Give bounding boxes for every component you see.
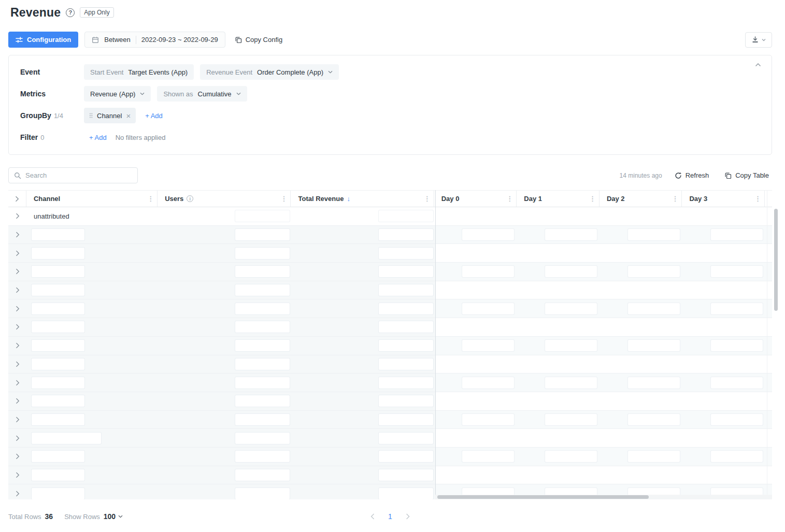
redacted-value bbox=[711, 229, 763, 240]
column-header-day1[interactable]: Day 1⋮ bbox=[517, 191, 600, 207]
table-row[interactable]: unattributed bbox=[8, 207, 772, 226]
column-menu-icon[interactable]: ⋮ bbox=[754, 195, 761, 203]
expand-row-icon[interactable] bbox=[16, 342, 20, 349]
column-menu-icon[interactable]: ⋮ bbox=[672, 195, 678, 203]
cell-expand[interactable] bbox=[8, 448, 26, 466]
cell-expand[interactable] bbox=[8, 373, 26, 392]
table-row[interactable] bbox=[8, 226, 772, 245]
table-row[interactable] bbox=[8, 411, 772, 429]
horizontal-scrollbar-thumb[interactable] bbox=[437, 495, 649, 499]
column-header-day0[interactable]: Day 0⋮ bbox=[434, 191, 517, 207]
expand-row-icon[interactable] bbox=[16, 435, 20, 441]
vertical-scrollbar-thumb[interactable] bbox=[774, 209, 778, 311]
refresh-button[interactable]: Refresh bbox=[672, 167, 712, 183]
chevron-down-icon[interactable] bbox=[118, 515, 123, 518]
export-button[interactable] bbox=[745, 32, 772, 48]
cell-expand[interactable] bbox=[8, 466, 26, 484]
column-menu-icon[interactable]: ⋮ bbox=[147, 195, 154, 203]
column-menu-icon[interactable]: ⋮ bbox=[280, 195, 287, 203]
cell-total_revenue bbox=[292, 466, 435, 484]
expand-row-icon[interactable] bbox=[16, 213, 20, 219]
table-row[interactable] bbox=[8, 299, 772, 318]
collapse-panel-icon[interactable] bbox=[755, 63, 761, 67]
date-range-picker[interactable]: Between 2022-09-23 ~ 2022-09-29 bbox=[84, 32, 225, 48]
metric-selector[interactable]: Revenue (App) bbox=[84, 86, 151, 102]
next-page-icon[interactable] bbox=[406, 513, 410, 520]
configuration-button[interactable]: Configuration bbox=[8, 32, 78, 48]
prev-page-icon[interactable] bbox=[370, 513, 375, 520]
column-header-users[interactable]: Usersi⋮ bbox=[158, 191, 291, 207]
start-event-selector[interactable]: Start Event Target Events (App) bbox=[84, 64, 194, 80]
revenue-event-selector[interactable]: Revenue Event Order Complete (App) bbox=[200, 64, 339, 80]
drag-handle-icon[interactable] bbox=[89, 112, 93, 119]
cell-expand[interactable] bbox=[8, 337, 26, 355]
cell-expand[interactable] bbox=[8, 244, 26, 262]
expand-all-header[interactable] bbox=[8, 191, 26, 207]
column-header-day3[interactable]: Day 3⋮ bbox=[682, 191, 765, 207]
cell-expand[interactable] bbox=[8, 355, 26, 373]
expand-row-icon[interactable] bbox=[16, 306, 20, 312]
filter-add-button[interactable]: + Add bbox=[89, 134, 107, 141]
table-row[interactable] bbox=[8, 337, 772, 355]
shown-as-selector[interactable]: Shown as Cumulative bbox=[157, 86, 247, 102]
help-icon[interactable]: ? bbox=[66, 8, 75, 17]
redacted-value bbox=[711, 340, 763, 351]
table-row[interactable] bbox=[8, 318, 772, 337]
expand-row-icon[interactable] bbox=[16, 472, 20, 478]
expand-row-icon[interactable] bbox=[16, 398, 20, 404]
cell-day0 bbox=[435, 299, 518, 318]
info-icon[interactable]: i bbox=[187, 195, 193, 202]
sort-desc-icon[interactable]: ↓ bbox=[347, 195, 350, 203]
cell-expand[interactable] bbox=[8, 226, 26, 244]
column-menu-icon[interactable]: ⋮ bbox=[506, 195, 513, 203]
show-rows-value[interactable]: 100 bbox=[104, 512, 116, 521]
expand-row-icon[interactable] bbox=[16, 250, 20, 256]
copy-table-button[interactable]: Copy Table bbox=[721, 167, 772, 183]
table-row[interactable] bbox=[8, 263, 772, 281]
expand-row-icon[interactable] bbox=[16, 380, 20, 386]
table-row[interactable] bbox=[8, 392, 772, 411]
table-row[interactable] bbox=[8, 466, 772, 485]
table-row[interactable] bbox=[8, 448, 772, 466]
search-input[interactable] bbox=[25, 171, 132, 179]
column-header-total_revenue[interactable]: Total Revenue↓⋮ bbox=[291, 191, 434, 207]
expand-row-icon[interactable] bbox=[16, 232, 20, 238]
redacted-value bbox=[711, 377, 763, 389]
table-row[interactable] bbox=[8, 429, 772, 448]
column-menu-icon[interactable]: ⋮ bbox=[589, 195, 596, 203]
page-number[interactable]: 1 bbox=[388, 512, 392, 521]
table-row[interactable] bbox=[8, 373, 772, 392]
cell-expand[interactable] bbox=[8, 429, 26, 447]
expand-row-icon[interactable] bbox=[16, 287, 20, 293]
cell-expand[interactable] bbox=[8, 318, 26, 336]
expand-row-icon[interactable] bbox=[16, 453, 20, 459]
groupby-add-button[interactable]: + Add bbox=[145, 112, 163, 120]
cell-expand[interactable] bbox=[8, 299, 26, 318]
cell-day1 bbox=[518, 226, 601, 244]
redacted-value bbox=[379, 210, 433, 222]
expand-row-icon[interactable] bbox=[16, 361, 20, 367]
horizontal-scrollbar[interactable] bbox=[435, 495, 772, 499]
column-menu-icon[interactable]: ⋮ bbox=[424, 195, 431, 203]
expand-row-icon[interactable] bbox=[16, 491, 20, 497]
cell-expand[interactable] bbox=[8, 484, 26, 499]
expand-chevron-icon[interactable] bbox=[15, 196, 19, 202]
expand-row-icon[interactable] bbox=[16, 416, 20, 423]
expand-row-icon[interactable] bbox=[16, 324, 20, 330]
cell-expand[interactable] bbox=[8, 263, 26, 281]
cell-expand[interactable] bbox=[8, 411, 26, 429]
groupby-chip-channel[interactable]: Channel × bbox=[84, 108, 136, 123]
table-row[interactable] bbox=[8, 281, 772, 300]
table-row[interactable] bbox=[8, 244, 772, 263]
column-header-channel[interactable]: Channel⋮ bbox=[26, 191, 158, 207]
cell-expand[interactable] bbox=[8, 392, 26, 410]
column-header-day2[interactable]: Day 2⋮ bbox=[600, 191, 682, 207]
remove-chip-icon[interactable]: × bbox=[126, 112, 131, 120]
app-only-badge: App Only bbox=[80, 7, 113, 18]
table-row[interactable] bbox=[8, 355, 772, 374]
copy-config-button[interactable]: Copy Config bbox=[232, 32, 286, 48]
cell-expand[interactable] bbox=[8, 281, 26, 299]
cell-expand[interactable] bbox=[8, 207, 26, 225]
redacted-value bbox=[235, 210, 290, 222]
expand-row-icon[interactable] bbox=[16, 268, 20, 275]
